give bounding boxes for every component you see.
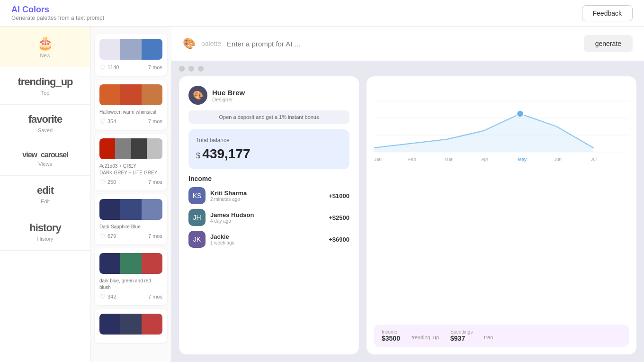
chart-area: Jan Feb Mar Apr May Jun Jul (374, 84, 629, 321)
svg-text:Jun: Jun (554, 156, 562, 162)
like-count: 354 (107, 118, 116, 124)
sidebar-label-views: Views (38, 161, 52, 167)
palette-card[interactable]: Halloween warm whimsical♡3547 mos (95, 80, 167, 130)
finance-card: 🎨 Hue Brew Designer Open a deposit and g… (179, 76, 359, 354)
content-area: 🎨 palette generate 🎨 Hue Br (171, 27, 644, 362)
balance-amount: 439,177 (202, 146, 250, 161)
income-time-2: 4 day ago (210, 218, 254, 224)
svg-point-5 (517, 110, 523, 117)
stat-income: Income $3500 (382, 329, 400, 342)
palette-date: 7 mos (148, 64, 162, 70)
svg-text:Apr: Apr (481, 156, 489, 162)
stat-income-trend-value: trending_up (411, 335, 439, 340)
stat-spending-value: $937 (450, 335, 473, 342)
palette-card[interactable] (95, 309, 167, 343)
stat-spending-trend-label (484, 329, 493, 335)
stat-income-label: Income (382, 329, 400, 335)
balance-display: $ 439,177 (196, 146, 342, 162)
swatch (99, 84, 120, 105)
balance-currency: $ (196, 152, 200, 160)
palette-name: #c21d03 + GREY + DARK GREY + LITE GREY (99, 163, 162, 176)
palette-swatches (99, 314, 162, 335)
sidebar-item-history[interactable]: history History (0, 213, 90, 251)
stat-income-trend: trending_up (411, 329, 439, 342)
palette-likes-row: ♡3547 mos (99, 118, 162, 125)
income-amount-1: +$1000 (329, 192, 349, 199)
income-info-1: Kriti Sharma 2 minutes ago (210, 190, 247, 202)
svg-text:May: May (518, 156, 527, 162)
swatch (99, 138, 115, 159)
swatch (142, 314, 162, 335)
palette-swatches (99, 253, 162, 274)
swatch (147, 138, 162, 159)
swatch (142, 84, 162, 105)
palette-card[interactable]: ♡11407 mos (95, 34, 167, 76)
palette-card[interactable]: #c21d03 + GREY + DARK GREY + LITE GREY♡2… (95, 134, 167, 190)
stat-spending: Spendings $937 (450, 329, 473, 342)
window-dot-2 (188, 66, 194, 72)
sidebar-item-saved[interactable]: favorite Saved (0, 105, 90, 142)
swatch (99, 253, 120, 274)
sidebar-label-edit: Edit (41, 199, 50, 204)
income-name-3: Jackie (210, 233, 234, 240)
swatch (142, 39, 162, 60)
sidebar-item-views[interactable]: view_carousel Views (0, 142, 90, 176)
swatch (142, 253, 162, 274)
income-section: Income KS Kriti Sharma 2 minutes ago +$1… (188, 175, 349, 253)
palette-swatches (99, 138, 162, 159)
heart-icon[interactable]: ♡ (99, 118, 106, 125)
feedback-button[interactable]: Feedback (582, 5, 633, 21)
income-avatar-3: JK (188, 231, 206, 248)
income-avatar-2: JH (188, 209, 206, 226)
preview-body: 🎨 Hue Brew Designer Open a deposit and g… (171, 76, 644, 362)
swatch (99, 314, 120, 335)
prompt-input[interactable] (227, 40, 578, 48)
trending-icon: trending_up (18, 76, 72, 88)
palette-swatches (99, 84, 162, 105)
heart-icon[interactable]: ♡ (99, 232, 106, 240)
sidebar-label-history: History (37, 236, 53, 242)
main-layout: 🎂 New trending_up Top favorite Saved vie… (0, 27, 644, 362)
svg-text:Feb: Feb (408, 156, 417, 162)
stat-income-value: $3500 (382, 335, 400, 342)
like-count: 1140 (107, 64, 119, 70)
palette-swatches (99, 199, 162, 220)
palette-card[interactable]: dark blue, green and red blush♡3427 mos (95, 248, 167, 305)
swatch (120, 314, 141, 335)
income-amount-2: +$2500 (329, 214, 349, 221)
svg-text:Jul: Jul (590, 156, 597, 162)
heart-icon[interactable]: ♡ (99, 293, 106, 300)
sidebar-item-new[interactable]: 🎂 New (0, 27, 90, 67)
palette-date: 7 mos (148, 179, 162, 185)
income-amount-3: +$6900 (329, 236, 349, 243)
generate-button[interactable]: generate (584, 35, 633, 52)
stat-spending-trend: tren (484, 329, 493, 342)
dashboard-preview: 🎨 Hue Brew Designer Open a deposit and g… (171, 61, 644, 362)
palette-likes-row: ♡11407 mos (99, 63, 162, 71)
income-item-2: JH James Hudson 4 day ago +$2500 (188, 209, 349, 226)
income-item-3: JK Jackie 1 week ago +$6900 (188, 231, 349, 248)
swatch (142, 199, 162, 220)
sidebar-label-new: New (40, 53, 50, 58)
heart-icon[interactable]: ♡ (99, 63, 106, 71)
sidebar-item-edit[interactable]: edit Edit (0, 176, 90, 213)
heart-icon[interactable]: ♡ (99, 178, 106, 186)
palette-date: 7 mos (148, 118, 162, 124)
header-brand: AI Colors Generate palettes from a text … (11, 5, 104, 21)
palette-card[interactable]: Dark Sapphire Blue♡6797 mos (95, 194, 167, 244)
income-name-1: Kriti Sharma (210, 190, 247, 197)
income-info-3: Jackie 1 week ago (210, 233, 234, 245)
sidebar-item-top[interactable]: trending_up Top (0, 67, 90, 105)
swatch (99, 199, 120, 220)
like-count: 342 (107, 294, 116, 299)
svg-marker-4 (374, 114, 593, 152)
swatch (120, 199, 141, 220)
income-title: Income (188, 175, 349, 182)
header: AI Colors Generate palettes from a text … (0, 0, 644, 27)
palette-list: ♡11407 mosHalloween warm whimsical♡3547 … (91, 27, 171, 362)
user-info: Hue Brew Designer (212, 89, 245, 102)
stats-row: Income $3500 trending_up Spendings $937 (374, 325, 629, 347)
app-subtitle: Generate palettes from a text prompt (11, 15, 104, 21)
prompt-bar: 🎨 palette generate (171, 27, 644, 61)
swatch (120, 39, 141, 60)
